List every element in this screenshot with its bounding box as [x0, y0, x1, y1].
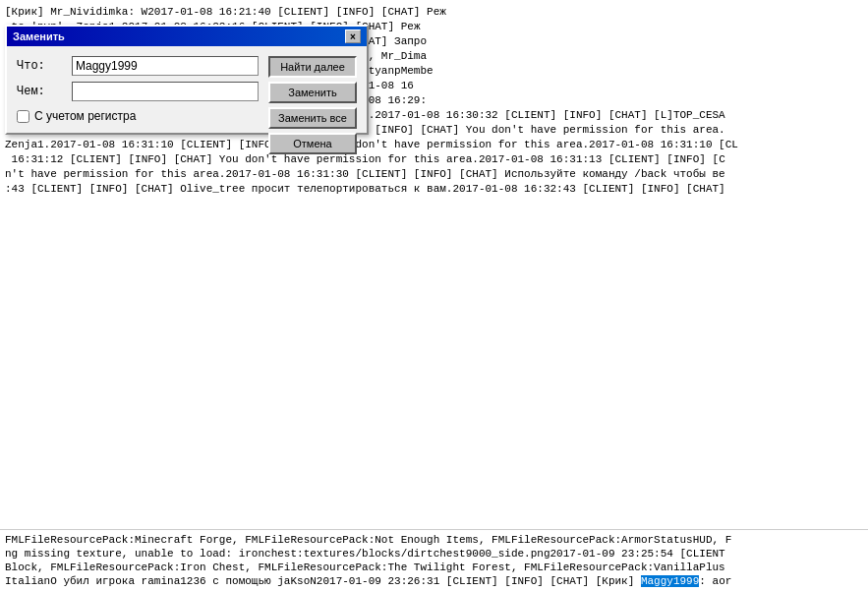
case-checkbox[interactable]: [17, 110, 29, 123]
replace-label: Чем:: [17, 85, 66, 98]
dialog-content: Что: Чем: С учетом регистра Найти далее …: [7, 46, 367, 133]
dialog-overlay: Заменить × Что: Чем: С учетом регистра: [0, 0, 868, 591]
dialog-titlebar: Заменить ×: [7, 27, 367, 46]
find-next-button[interactable]: Найти далее: [268, 56, 357, 78]
what-label: Что:: [17, 59, 66, 73]
replace-button[interactable]: Заменить: [268, 82, 357, 103]
dialog-title: Заменить: [13, 30, 65, 42]
replace-input[interactable]: [72, 82, 259, 101]
replace-dialog: Заменить × Что: Чем: С учетом регистра: [5, 25, 369, 135]
what-row: Что:: [17, 56, 259, 76]
dialog-close-button[interactable]: ×: [345, 30, 361, 43]
replace-all-button[interactable]: Заменить все: [268, 107, 357, 129]
case-checkbox-row: С учетом регистра: [17, 109, 259, 123]
replace-row: Чем:: [17, 82, 259, 101]
cancel-button[interactable]: Отмена: [268, 133, 357, 154]
what-input[interactable]: [72, 56, 259, 76]
buttons-column: Найти далее Заменить Заменить все Отмена: [268, 56, 357, 154]
case-checkbox-label: С учетом регистра: [34, 109, 136, 123]
